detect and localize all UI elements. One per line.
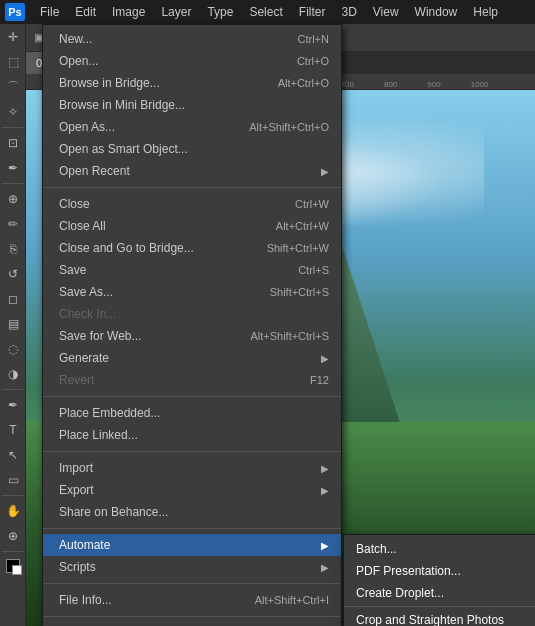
menu-browse-bridge[interactable]: Browse in Bridge... Alt+Ctrl+O [43,72,341,94]
menu-place-linked[interactable]: Place Linked... [43,424,341,446]
menu-open-smart-object[interactable]: Open as Smart Object... [43,138,341,160]
menu-browse-mini-bridge-label: Browse in Mini Bridge... [59,98,329,112]
automate-crop-label: Crop and Straighten Photos [356,613,535,626]
marquee-tool[interactable]: ⬚ [1,50,25,74]
tick-800: 800 [384,80,397,89]
menu-open-recent-arrow: ▶ [321,166,329,177]
menu-type[interactable]: Type [199,3,241,21]
menu-automate[interactable]: Automate ▶ Batch... PDF Presentation... … [43,534,341,556]
menu-export[interactable]: Export ▶ [43,479,341,501]
menu-automate-arrow: ▶ [321,540,329,551]
menu-import[interactable]: Import ▶ [43,457,341,479]
menu-place-linked-label: Place Linked... [59,428,329,442]
gradient-tool[interactable]: ▤ [1,312,25,336]
healing-tool[interactable]: ⊕ [1,187,25,211]
menu-browse-mini-bridge[interactable]: Browse in Mini Bridge... [43,94,341,116]
automate-create-droplet[interactable]: Create Droplet... [344,582,535,604]
menu-file-info[interactable]: File Info... Alt+Shift+Ctrl+I [43,589,341,611]
eyedropper-tool[interactable]: ✒ [1,156,25,180]
automate-batch[interactable]: Batch... [344,538,535,560]
menu-close-go-bridge[interactable]: Close and Go to Bridge... Shift+Ctrl+W [43,237,341,259]
menu-check-in-label: Check In... [59,307,329,321]
menu-browse-bridge-shortcut: Alt+Ctrl+O [278,77,329,89]
menu-new-shortcut: Ctrl+N [298,33,329,45]
blur-tool[interactable]: ◌ [1,337,25,361]
left-toolbar: ✛ ⬚ ⌒ ✧ ⊡ ✒ ⊕ ✏ ⎘ ↺ ◻ ▤ ◌ ◑ ✒ T ↖ ▭ ✋ ⊕ [0,24,26,626]
menu-revert: Revert F12 [43,369,341,391]
automate-crop-straighten[interactable]: Crop and Straighten Photos [344,609,535,626]
menu-revert-label: Revert [59,373,310,387]
menu-open-as[interactable]: Open As... Alt+Shift+Ctrl+O [43,116,341,138]
tick-700: 700 [341,80,354,89]
menu-generate[interactable]: Generate ▶ [43,347,341,369]
zoom-tool[interactable]: ⊕ [1,524,25,548]
divider-2 [43,396,341,397]
file-menu-dropdown[interactable]: New... Ctrl+N Open... Ctrl+O Browse in B… [42,24,342,626]
app-logo: Ps [4,1,26,23]
foreground-background-colors[interactable] [0,555,25,577]
crop-tool[interactable]: ⊡ [1,131,25,155]
menu-select[interactable]: Select [241,3,290,21]
menu-filter[interactable]: Filter [291,3,334,21]
menu-help[interactable]: Help [465,3,506,21]
menu-close-all-shortcut: Alt+Ctrl+W [276,220,329,232]
brush-tool[interactable]: ✏ [1,212,25,236]
menu-layer[interactable]: Layer [153,3,199,21]
move-tool[interactable]: ✛ [1,25,25,49]
menu-save-shortcut: Ctrl+S [298,264,329,276]
dodge-tool[interactable]: ◑ [1,362,25,386]
file-menu-section-2: Close Ctrl+W Close All Alt+Ctrl+W Close … [43,190,341,394]
menu-window[interactable]: Window [407,3,466,21]
tool-separator-2 [2,183,23,184]
automate-pdf-presentation[interactable]: PDF Presentation... [344,560,535,582]
menu-save-label: Save [59,263,298,277]
menu-open[interactable]: Open... Ctrl+O [43,50,341,72]
menu-bar: Ps File Edit Image Layer Type Select Fil… [0,0,535,24]
menu-close-all[interactable]: Close All Alt+Ctrl+W [43,215,341,237]
text-tool[interactable]: T [1,418,25,442]
menu-save-web[interactable]: Save for Web... Alt+Shift+Ctrl+S [43,325,341,347]
menu-close[interactable]: Close Ctrl+W [43,193,341,215]
clone-tool[interactable]: ⎘ [1,237,25,261]
menu-new-label: New... [59,32,298,46]
pen-tool[interactable]: ✒ [1,393,25,417]
path-selection-tool[interactable]: ↖ [1,443,25,467]
menu-print[interactable]: Print... Ctrl+P [43,622,341,626]
shape-tool[interactable]: ▭ [1,468,25,492]
automate-submenu-section: Batch... PDF Presentation... Create Drop… [344,535,535,626]
menu-save-as-label: Save As... [59,285,270,299]
eraser-tool[interactable]: ◻ [1,287,25,311]
menu-export-label: Export [59,483,317,497]
automate-divider [344,606,535,607]
file-menu-section-5: Automate ▶ Batch... PDF Presentation... … [43,531,341,581]
history-tool[interactable]: ↺ [1,262,25,286]
menu-new[interactable]: New... Ctrl+N [43,28,341,50]
automate-submenu[interactable]: Batch... PDF Presentation... Create Drop… [343,534,535,626]
ps-logo-text: Ps [5,3,25,21]
menu-scripts[interactable]: Scripts ▶ [43,556,341,578]
menu-open-recent[interactable]: Open Recent ▶ [43,160,341,182]
menu-automate-label: Automate [59,538,317,552]
menu-file-info-label: File Info... [59,593,255,607]
menu-save-as[interactable]: Save As... Shift+Ctrl+S [43,281,341,303]
menu-image[interactable]: Image [104,3,153,21]
menu-close-all-label: Close All [59,219,276,233]
menu-import-label: Import [59,461,317,475]
lasso-tool[interactable]: ⌒ [1,75,25,99]
menu-view[interactable]: View [365,3,407,21]
magic-wand-tool[interactable]: ✧ [1,100,25,124]
hand-tool[interactable]: ✋ [1,499,25,523]
menu-close-label: Close [59,197,295,211]
automate-droplet-label: Create Droplet... [356,586,535,600]
menu-3d[interactable]: 3D [333,3,364,21]
menu-save-web-shortcut: Alt+Shift+Ctrl+S [250,330,329,342]
menu-open-label: Open... [59,54,297,68]
divider-3 [43,451,341,452]
menu-generate-label: Generate [59,351,317,365]
menu-share-behance[interactable]: Share on Behance... [43,501,341,523]
menu-place-embedded[interactable]: Place Embedded... [43,402,341,424]
menu-file[interactable]: File [32,3,67,21]
menu-edit[interactable]: Edit [67,3,104,21]
menu-save[interactable]: Save Ctrl+S [43,259,341,281]
menu-revert-shortcut: F12 [310,374,329,386]
